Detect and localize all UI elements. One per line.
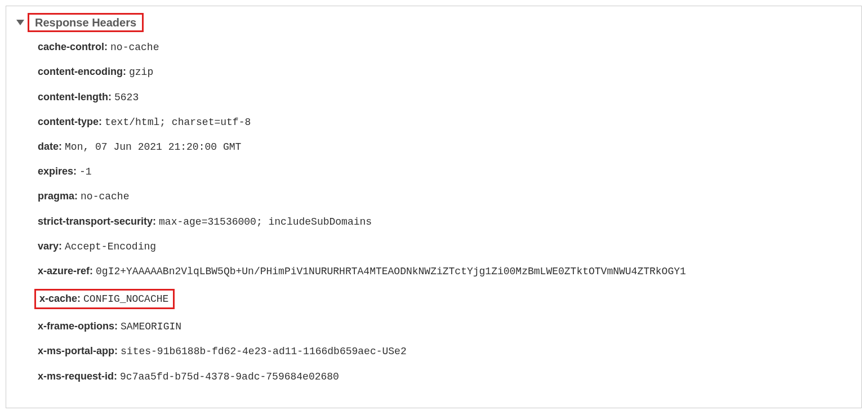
header-name: content-length: bbox=[38, 91, 112, 102]
header-name: x-cache: bbox=[39, 293, 81, 304]
header-row-strict-transport-security: strict-transport-security: max-age=31536… bbox=[38, 215, 851, 229]
header-value: sites-91b6188b-fd62-4e23-ad11-1166db659a… bbox=[121, 346, 407, 357]
header-name: x-azure-ref: bbox=[38, 265, 93, 276]
header-row-expires: expires: -1 bbox=[38, 164, 851, 179]
header-name: content-type: bbox=[38, 116, 102, 127]
header-row-content-type: content-type: text/html; charset=utf-8 bbox=[38, 115, 851, 130]
header-row-content-encoding: content-encoding: gzip bbox=[38, 65, 851, 79]
header-name: x-ms-request-id: bbox=[38, 371, 117, 382]
header-value: no-cache bbox=[81, 191, 129, 202]
section-title-row[interactable]: Response Headers bbox=[16, 13, 851, 32]
header-row-x-ms-portal-app: x-ms-portal-app: sites-91b6188b-fd62-4e2… bbox=[38, 344, 851, 359]
header-name: x-ms-portal-app: bbox=[38, 345, 118, 356]
header-row-cache-control: cache-control: no-cache bbox=[38, 40, 851, 55]
header-value: 5623 bbox=[114, 92, 139, 103]
header-value: gzip bbox=[129, 66, 153, 78]
header-name: strict-transport-security: bbox=[38, 216, 156, 227]
header-row-vary: vary: Accept-Encoding bbox=[38, 239, 851, 254]
header-value: CONFIG_NOCACHE bbox=[83, 293, 168, 305]
header-name: date: bbox=[38, 141, 62, 152]
header-value: no-cache bbox=[110, 42, 159, 53]
header-value: SAMEORIGIN bbox=[121, 321, 181, 332]
header-row-pragma: pragma: no-cache bbox=[38, 189, 851, 204]
header-name: content-encoding: bbox=[38, 66, 126, 77]
header-row-x-ms-request-id: x-ms-request-id: 9c7aa5fd-b75d-4378-9adc… bbox=[38, 369, 851, 384]
header-value: Accept-Encoding bbox=[65, 241, 156, 252]
response-headers-panel: Response Headers cache-control: no-cache… bbox=[6, 6, 862, 408]
header-row-date: date: Mon, 07 Jun 2021 21:20:00 GMT bbox=[38, 140, 851, 154]
headers-list: cache-control: no-cache content-encoding… bbox=[16, 40, 851, 384]
header-value: 0gI2+YAAAAABn2VlqLBW5Qb+Un/PHimPiV1NURUR… bbox=[96, 266, 686, 277]
section-title: Response Headers bbox=[33, 15, 139, 30]
header-value: 9c7aa5fd-b75d-4378-9adc-759684e02680 bbox=[120, 371, 339, 382]
x-cache-highlight: x-cache: CONFIG_NOCACHE bbox=[34, 289, 175, 309]
header-value: -1 bbox=[79, 166, 92, 177]
header-row-x-cache: x-cache: CONFIG_NOCACHE bbox=[38, 289, 851, 309]
header-name: pragma: bbox=[38, 190, 78, 202]
header-value: Mon, 07 Jun 2021 21:20:00 GMT bbox=[65, 141, 241, 153]
header-row-content-length: content-length: 5623 bbox=[38, 90, 851, 105]
header-value: text/html; charset=utf-8 bbox=[105, 117, 251, 128]
header-value: max-age=31536000; includeSubDomains bbox=[159, 216, 372, 227]
header-name: cache-control: bbox=[38, 41, 108, 52]
section-title-highlight: Response Headers bbox=[28, 13, 144, 32]
header-row-x-frame-options: x-frame-options: SAMEORIGIN bbox=[38, 319, 851, 334]
header-row-x-azure-ref: x-azure-ref: 0gI2+YAAAAABn2VlqLBW5Qb+Un/… bbox=[38, 264, 851, 279]
header-name: expires: bbox=[38, 166, 77, 177]
header-name: vary: bbox=[38, 240, 62, 252]
header-name: x-frame-options: bbox=[38, 320, 118, 332]
collapse-triangle-icon[interactable] bbox=[16, 20, 24, 25]
